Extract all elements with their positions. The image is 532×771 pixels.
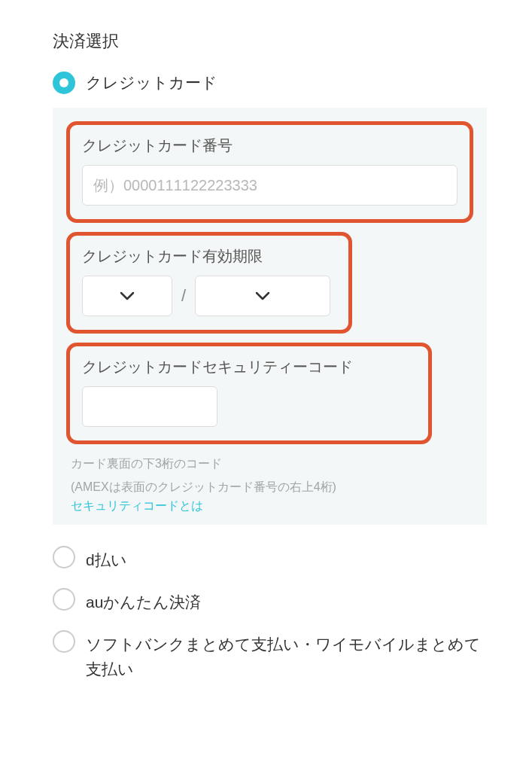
card-number-highlight: クレジットカード番号 (66, 121, 473, 223)
radio-selected-icon (53, 72, 75, 94)
softbank-label: ソフトバンクまとめて支払い・ワイモバイルまとめて支払い (86, 630, 487, 682)
payment-section-title: 決済選択 (53, 30, 487, 53)
credit-card-label: クレジットカード (86, 72, 217, 93)
card-security-highlight: クレジットカードセキュリティーコード (66, 343, 432, 444)
expiry-year-select[interactable] (195, 276, 330, 316)
card-security-label: クレジットカードセキュリティーコード (82, 357, 416, 377)
radio-unselected-icon (53, 630, 75, 653)
card-number-input[interactable] (82, 165, 458, 206)
au-label: auかんたん決済 (86, 588, 201, 615)
payment-option-d-barai[interactable]: d払い (53, 546, 487, 573)
payment-option-softbank[interactable]: ソフトバンクまとめて支払い・ワイモバイルまとめて支払い (53, 630, 487, 682)
card-expiry-highlight: クレジットカード有効期限 / (66, 232, 352, 334)
security-hint-line1: カード裏面の下3桁のコード (71, 453, 473, 474)
chevron-down-icon (255, 291, 270, 300)
card-number-label: クレジットカード番号 (82, 136, 458, 156)
other-payment-options: d払い auかんたん決済 ソフトバンクまとめて支払い・ワイモバイルまとめて支払い (53, 546, 487, 681)
card-expiry-label: クレジットカード有効期限 (82, 246, 336, 267)
d-barai-label: d払い (86, 546, 127, 573)
expiry-month-select[interactable] (82, 276, 172, 316)
security-hint-line2: (AMEXは表面のクレジットカード番号の右上4桁) (71, 477, 473, 497)
security-code-info-link[interactable]: セキュリティコードとは (71, 498, 203, 514)
credit-card-panel: クレジットカード番号 クレジットカード有効期限 / クレジットカードセキュリティ… (53, 108, 487, 525)
expiry-row: / (82, 276, 336, 316)
security-code-input[interactable] (82, 386, 217, 427)
radio-unselected-icon (53, 546, 75, 568)
radio-unselected-icon (53, 588, 75, 611)
expiry-separator: / (181, 286, 186, 306)
chevron-down-icon (120, 291, 135, 300)
payment-option-credit-card[interactable]: クレジットカード (53, 72, 487, 94)
payment-option-au[interactable]: auかんたん決済 (53, 588, 487, 615)
